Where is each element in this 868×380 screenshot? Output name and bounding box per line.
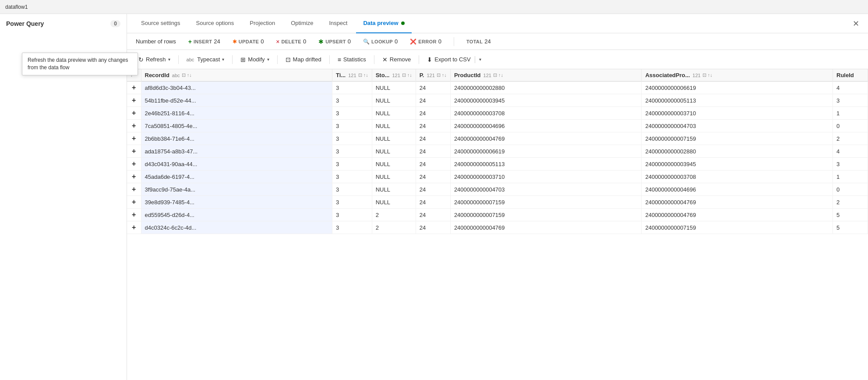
row-associatedpro: 2400000000004696 <box>642 183 833 196</box>
row-sto: NULL <box>372 183 416 196</box>
row-p: 24 <box>416 170 450 183</box>
th-ruleid[interactable]: RuleId <box>833 69 868 82</box>
map-drifted-button[interactable]: ⊡ Map drifted <box>281 54 326 65</box>
table-row[interactable]: + 3f9acc9d-75ae-4a... 3 NULL 24 24000000… <box>127 183 868 196</box>
row-recordid: ada18754-a8b3-47... <box>141 145 332 158</box>
data-grid-container[interactable]: ↕ RecordId abc ⊡ ↑↓ <box>127 69 868 380</box>
th-productid[interactable]: ProductId 121 ⊡ ↑↓ <box>450 69 642 82</box>
total-value: 24 <box>484 38 490 45</box>
app-title: dataflow1 <box>5 4 28 10</box>
row-associatedpro: 2400000000003710 <box>642 107 833 120</box>
row-recordid: 45ada6de-6197-4... <box>141 170 332 183</box>
row-associatedpro: 2400000000002880 <box>642 145 833 158</box>
row-action: + <box>127 107 141 120</box>
row-action: + <box>127 221 141 234</box>
modify-button[interactable]: ⊞ Modify ▾ <box>236 54 273 65</box>
tab-optimize[interactable]: Optimize <box>284 14 320 33</box>
tab-data-preview[interactable]: Data preview <box>356 14 411 33</box>
statistics-button[interactable]: ≡ Statistics <box>333 54 370 65</box>
row-action: + <box>127 132 141 145</box>
refresh-button[interactable]: ↻ Refresh ▾ <box>134 54 175 65</box>
lookup-label: LOOKUP <box>371 39 393 44</box>
th-p-type: 121 <box>427 73 434 78</box>
toolbar-separator-5 <box>374 55 374 64</box>
row-ruleid: 4 <box>833 82 868 94</box>
delete-value: 0 <box>303 38 306 45</box>
row-p: 24 <box>416 145 450 158</box>
close-button[interactable]: ✕ <box>851 17 861 30</box>
stat-lookup: 🔍 LOOKUP 0 <box>363 38 398 45</box>
th-sto[interactable]: Sto... 121 ⊡ ↑↓ <box>372 69 416 82</box>
row-action: + <box>127 170 141 183</box>
stat-update: ✱ UPDATE 0 <box>233 38 264 45</box>
lookup-icon: 🔍 <box>363 39 370 45</box>
row-p: 24 <box>416 94 450 107</box>
table-row[interactable]: + ed559545-d26d-4... 3 2 24 240000000000… <box>127 209 868 221</box>
row-sto: NULL <box>372 82 416 94</box>
th-p[interactable]: P. 121 ⊡ ↑↓ <box>416 69 450 82</box>
row-p: 24 <box>416 120 450 132</box>
error-icon: ❌ <box>410 39 416 45</box>
row-associatedpro: 2400000000007159 <box>642 221 833 234</box>
th-associatedpro-icons: ⊡ ↑↓ <box>702 72 713 78</box>
row-ruleid: 2 <box>833 196 868 209</box>
remove-button[interactable]: ✕ Remove <box>378 54 415 65</box>
row-ruleid: 4 <box>833 145 868 158</box>
tab-source-options[interactable]: Source options <box>189 14 241 33</box>
export-csv-button[interactable]: ⬇ Export to CSV ▾ <box>423 54 485 65</box>
th-productid-label: ProductId <box>454 72 481 78</box>
row-action: + <box>127 209 141 221</box>
row-recordid: ed559545-d26d-4... <box>141 209 332 221</box>
row-sto: NULL <box>372 196 416 209</box>
upsert-value: 0 <box>348 38 351 45</box>
th-ti[interactable]: Ti... 121 ⊡ ↑↓ <box>332 69 372 82</box>
row-associatedpro: 2400000000004703 <box>642 120 833 132</box>
row-associatedpro: 2400000000007159 <box>642 132 833 145</box>
row-ti: 3 <box>332 145 372 158</box>
table-row[interactable]: + ada18754-a8b3-47... 3 NULL 24 24000000… <box>127 145 868 158</box>
row-sto: NULL <box>372 132 416 145</box>
table-row[interactable]: + 45ada6de-6197-4... 3 NULL 24 240000000… <box>127 170 868 183</box>
delete-icon: × <box>276 38 279 45</box>
typecast-button[interactable]: abc Typecast ▾ <box>182 54 229 65</box>
row-recordid: af8d6d3c-3b04-43... <box>141 82 332 94</box>
row-ti: 3 <box>332 94 372 107</box>
table-row[interactable]: + d43c0431-90aa-44... 3 NULL 24 24000000… <box>127 158 868 170</box>
row-p: 24 <box>416 132 450 145</box>
tab-inspect[interactable]: Inspect <box>322 14 354 33</box>
th-sto-label: Sto... <box>376 72 390 78</box>
update-icon: ✱ <box>233 39 237 45</box>
table-row[interactable]: + 2e46b251-8116-4... 3 NULL 24 240000000… <box>127 107 868 120</box>
row-action: + <box>127 94 141 107</box>
table-row[interactable]: + 39e8d939-7485-4... 3 NULL 24 240000000… <box>127 196 868 209</box>
row-ti: 3 <box>332 132 372 145</box>
row-productid: 2400000000004696 <box>450 120 642 132</box>
tab-projection[interactable]: Projection <box>243 14 282 33</box>
row-ti: 3 <box>332 158 372 170</box>
th-sto-icons: ⊡ ↑↓ <box>402 72 412 78</box>
row-p: 24 <box>416 107 450 120</box>
delete-label: DELETE <box>282 39 301 44</box>
table-row[interactable]: + 2b6bb384-71e6-4... 3 NULL 24 240000000… <box>127 132 868 145</box>
table-row[interactable]: + d4c0324c-6c2c-4d... 3 2 24 24000000000… <box>127 221 868 234</box>
title-bar: dataflow1 <box>0 0 868 14</box>
table-row[interactable]: + 7ca50851-4805-4e... 3 NULL 24 24000000… <box>127 120 868 132</box>
row-ti: 3 <box>332 82 372 94</box>
stat-total: TOTAL 24 <box>466 38 491 45</box>
table-body: + af8d6d3c-3b04-43... 3 NULL 24 24000000… <box>127 82 868 234</box>
row-p: 24 <box>416 183 450 196</box>
th-ti-type: 121 <box>348 73 356 78</box>
th-sto-type: 121 <box>392 73 400 78</box>
row-recordid: 2b6bb384-71e6-4... <box>141 132 332 145</box>
th-associatedpro-type: 121 <box>692 73 700 78</box>
table-row[interactable]: + af8d6d3c-3b04-43... 3 NULL 24 24000000… <box>127 82 868 94</box>
th-associatedpro[interactable]: AssociatedPro... 121 ⊡ ↑↓ <box>642 69 833 82</box>
th-recordid[interactable]: RecordId abc ⊡ ↑↓ <box>141 69 332 82</box>
row-sto: NULL <box>372 120 416 132</box>
row-recordid: 7ca50851-4805-4e... <box>141 120 332 132</box>
row-productid: 2400000000003708 <box>450 107 642 120</box>
th-associatedpro-label: AssociatedPro... <box>645 72 690 78</box>
table-row[interactable]: + 54b11fbe-d52e-44... 3 NULL 24 24000000… <box>127 94 868 107</box>
row-recordid: 39e8d939-7485-4... <box>141 196 332 209</box>
tab-source-settings[interactable]: Source settings <box>134 14 187 33</box>
